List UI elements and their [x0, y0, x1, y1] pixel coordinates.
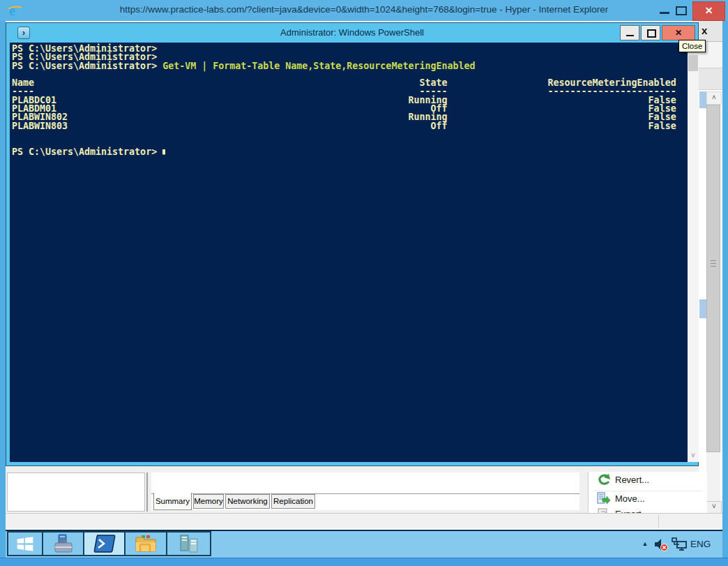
taskbar-item-powershell-active[interactable] — [83, 531, 126, 556]
tab-replication[interactable]: Replication — [271, 494, 315, 509]
network-icon[interactable] — [671, 536, 688, 553]
terminal-line — [12, 131, 676, 139]
powershell-titlebar[interactable]: › Administrator: Windows PowerShell ✕ — [6, 23, 698, 43]
revert-icon — [597, 473, 611, 486]
background-window-close-button[interactable]: x — [702, 23, 718, 38]
scrollbar-grip-line — [711, 260, 716, 261]
action-move[interactable]: Move... — [589, 492, 707, 507]
powershell-minimize-button[interactable] — [620, 25, 639, 40]
action-revert[interactable]: Revert... — [589, 473, 707, 489]
export-icon — [597, 507, 611, 513]
console-scrollbar-down-button[interactable]: ˅ — [688, 451, 699, 462]
action-move-label: Move... — [615, 493, 645, 504]
action-revert-label: Revert... — [615, 475, 649, 485]
file-explorer-icon — [135, 535, 157, 553]
powershell-icon — [93, 534, 116, 553]
powershell-close-button[interactable]: ✕ — [662, 25, 695, 40]
ie-maximize-button[interactable] — [676, 6, 687, 15]
terminal-line: PS C:\Users\Administrator> _ — [12, 148, 676, 156]
language-indicator[interactable]: ENG — [690, 539, 715, 549]
taskbar-item-file-explorer[interactable] — [124, 531, 167, 556]
actions-scrollbar-up-button[interactable]: ˄ — [706, 91, 722, 105]
ie-window-bottom-border — [0, 558, 728, 566]
actions-scrollbar-thumb[interactable] — [706, 105, 720, 452]
start-button[interactable] — [7, 531, 43, 556]
taskbar-item-server-manager[interactable] — [42, 531, 84, 556]
move-icon — [597, 492, 611, 505]
screen: e https://www.practice-labs.com/?client=… — [0, 0, 728, 566]
terminal-text: PS C:\Users\Administrator>PS C:\Users\Ad… — [12, 45, 676, 156]
ie-titlebar: e https://www.practice-labs.com/?client=… — [0, 0, 728, 21]
hyperv-manager-icon — [177, 534, 201, 553]
hyperv-checkpoints-panel — [7, 472, 145, 512]
scroll-marker-top — [699, 91, 706, 108]
hyperv-actions-pane: Revert... Move... Export... — [588, 472, 707, 513]
ie-close-button[interactable]: ✕ — [692, 1, 725, 21]
tray-show-hidden-icons[interactable]: ▲ — [640, 539, 650, 549]
tab-networking[interactable]: Networking — [225, 494, 270, 509]
scrollbar-grip-line — [711, 263, 716, 264]
hyperv-status-bar — [6, 513, 722, 529]
action-export[interactable]: Export... — [589, 507, 707, 513]
ie-window-title: https://www.practice-labs.com/?client=ja… — [0, 4, 728, 15]
actions-separator — [593, 491, 703, 491]
minimize-icon — [626, 35, 634, 36]
panel-divider — [146, 472, 148, 512]
scrollbar-grip-line — [711, 266, 716, 267]
tab-summary[interactable]: Summary — [153, 493, 192, 510]
windows-logo-icon — [16, 536, 34, 551]
volume-muted-icon[interactable] — [653, 536, 669, 553]
powershell-console[interactable]: PS C:\Users\Administrator>PS C:\Users\Ad… — [10, 43, 688, 462]
close-button-tooltip: Close — [678, 40, 706, 52]
powershell-maximize-button[interactable] — [641, 25, 660, 40]
status-bar-divider — [658, 515, 659, 528]
taskbar-item-hyperv-manager[interactable] — [166, 531, 211, 556]
background-window-toolbar-edge — [699, 68, 722, 90]
powershell-window: › Administrator: Windows PowerShell ✕ PS… — [6, 22, 699, 466]
terminal-line: PLABWIN803 Off False — [12, 122, 676, 131]
console-scrollbar-thumb[interactable] — [688, 55, 698, 71]
tab-memory[interactable]: Memory — [193, 494, 224, 509]
terminal-line: PS C:\Users\Administrator> Get-VM | Form… — [12, 62, 676, 70]
actions-scrollbar-down-button[interactable]: ˅ — [706, 501, 722, 514]
maximize-icon — [647, 29, 656, 38]
actions-scrollbar-track[interactable] — [706, 452, 720, 501]
powershell-window-title: Administrator: Windows PowerShell — [6, 27, 698, 38]
ie-minimize-button[interactable] — [660, 12, 669, 14]
scroll-marker-mid — [699, 299, 706, 318]
server-manager-icon — [53, 534, 74, 553]
console-scrollbar[interactable]: ˅ — [688, 43, 699, 462]
